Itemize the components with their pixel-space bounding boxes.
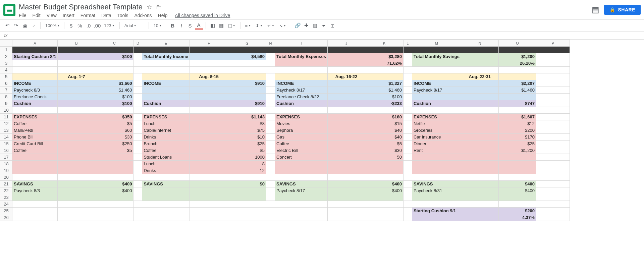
column-header-M[interactable]: M [412,40,461,47]
cell-B25[interactable] [58,208,95,214]
cell-I12[interactable]: Movies [275,120,328,127]
cell-H5[interactable] [266,73,275,80]
cell-J4[interactable] [327,67,365,73]
cell-L12[interactable] [403,120,412,127]
cell-N2[interactable] [461,53,498,60]
column-header-J[interactable]: J [327,40,365,47]
cell-E10[interactable] [142,107,190,114]
cell-B22[interactable] [58,187,95,194]
cell-P25[interactable] [536,208,570,214]
cell-D6[interactable] [133,80,142,87]
cell-O24[interactable] [498,201,536,208]
cell-M24[interactable] [412,201,461,208]
cell-P15[interactable] [536,141,570,147]
cell-D7[interactable] [133,87,142,94]
column-header-P[interactable]: P [536,40,570,47]
cell-K19[interactable] [365,167,403,174]
cell-I21[interactable]: SAVINGS [275,181,328,187]
cell-A21[interactable]: SAVINGS [12,181,58,187]
cell-P24[interactable] [536,201,570,208]
cell-I3[interactable] [275,60,328,67]
cell-D3[interactable] [133,60,142,67]
cell-G24[interactable] [228,201,266,208]
cell-P11[interactable] [536,114,570,120]
cell-G3[interactable] [228,60,266,67]
cell-B24[interactable] [58,201,95,208]
cell-J13[interactable] [327,127,365,134]
cell-B18[interactable] [58,161,95,167]
cell-P5[interactable] [536,73,570,80]
cell-G9[interactable]: $910 [228,100,266,107]
cell-M23[interactable] [412,194,461,201]
cell-G18[interactable]: 8 [228,161,266,167]
cell-A12[interactable]: Coffee [12,120,58,127]
share-button[interactable]: 🔒 SHARE [604,5,641,15]
cell-H21[interactable] [266,181,275,187]
insert-comment-icon[interactable]: ✚ [303,21,311,30]
row-header-20[interactable]: 20 [0,174,12,181]
cell-F15[interactable] [190,141,228,147]
cell-B1[interactable] [58,47,95,53]
cell-G15[interactable]: $25 [228,141,266,147]
cell-M9[interactable]: Cushion [412,100,461,107]
row-header-4[interactable]: 4 [0,67,12,73]
cell-F9[interactable] [190,100,228,107]
cell-D15[interactable] [133,141,142,147]
cell-D20[interactable] [133,174,142,181]
cell-O17[interactable] [498,154,536,161]
insert-chart-icon[interactable]: ▥ [311,21,319,30]
column-header-C[interactable]: C [95,40,133,47]
cell-P3[interactable] [536,60,570,67]
cell-P8[interactable] [536,94,570,100]
cell-G21[interactable]: $0 [228,181,266,187]
cell-M3[interactable] [412,60,461,67]
row-header-2[interactable]: 2 [0,53,12,60]
cell-O9[interactable]: $747 [498,100,536,107]
cell-N17[interactable] [461,154,498,161]
cell-B20[interactable] [58,174,95,181]
cell-J9[interactable] [327,100,365,107]
cell-L17[interactable] [403,154,412,161]
cell-D21[interactable] [133,181,142,187]
cell-B23[interactable] [58,194,95,201]
filter-icon[interactable]: ⏷ [320,21,328,30]
cell-L15[interactable] [403,141,412,147]
cell-P12[interactable] [536,120,570,127]
cell-M17[interactable] [412,154,461,161]
cell-C7[interactable]: $1,460 [95,87,133,94]
cell-C21[interactable]: $400 [95,181,133,187]
cell-M2[interactable]: Total Monthly Savings [412,53,461,60]
cell-C6[interactable]: $1,660 [95,80,133,87]
cell-O26[interactable]: 4.37% [498,214,536,221]
cell-K11[interactable]: $180 [365,114,403,120]
cell-E21[interactable]: SAVINGS [142,181,190,187]
folder-icon[interactable]: 🗀 [156,4,162,11]
column-header-F[interactable]: F [190,40,228,47]
cell-K3[interactable]: 71.62% [365,60,403,67]
cell-B3[interactable] [58,60,95,67]
cell-E17[interactable]: Student Loans [142,154,190,161]
cell-L3[interactable] [403,60,412,67]
cell-N10[interactable] [461,107,498,114]
cell-O10[interactable] [498,107,536,114]
cell-I8[interactable]: Freelance Check 8/22 [275,94,328,100]
cell-G25[interactable] [228,208,266,214]
cell-E13[interactable]: Cable/Internet [142,127,190,134]
cell-O18[interactable] [498,161,536,167]
row-header-17[interactable]: 17 [0,154,12,161]
cell-O3[interactable]: 26.20% [498,60,536,67]
cell-K15[interactable]: $5 [365,141,403,147]
cell-D16[interactable] [133,147,142,154]
cell-G11[interactable]: $1,143 [228,114,266,120]
cell-A7[interactable]: Paycheck 8/3 [12,87,58,94]
cell-G13[interactable]: $75 [228,127,266,134]
cell-I20[interactable] [275,174,328,181]
cell-N24[interactable] [461,201,498,208]
cell-E20[interactable] [142,174,190,181]
cell-I6[interactable]: INCOME [275,80,328,87]
cell-J1[interactable] [327,47,365,53]
cell-M8[interactable] [412,94,461,100]
cell-L21[interactable] [403,181,412,187]
cell-E22[interactable] [142,187,190,194]
cell-G10[interactable] [228,107,266,114]
